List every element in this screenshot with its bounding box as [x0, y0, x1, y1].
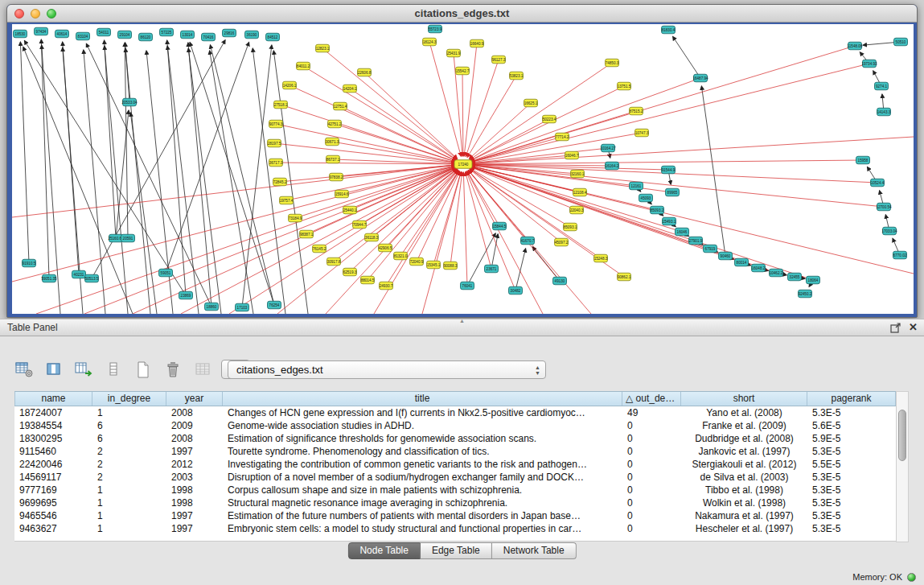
graph-node[interactable]: 45097.2: [555, 238, 569, 246]
graph-node[interactable]: 6770.02: [893, 251, 907, 259]
graph-node[interactable]: 15844.5: [493, 222, 507, 230]
graph-edge[interactable]: [470, 119, 549, 160]
graph-node[interactable]: 12823.1: [316, 44, 330, 52]
graph-node[interactable]: 19734.93: [861, 60, 877, 68]
graph-edge[interactable]: [471, 166, 580, 192]
graph-node[interactable]: 17103: [236, 303, 249, 311]
column-header[interactable]: title: [223, 392, 622, 406]
graph-edge[interactable]: [181, 168, 456, 314]
graph-edge[interactable]: [290, 85, 456, 161]
graph-node[interactable]: 73184.9: [289, 214, 302, 222]
graph-edge[interactable]: [359, 168, 456, 225]
graph-node[interactable]: 74850.3: [606, 59, 619, 67]
graph-edge[interactable]: [374, 171, 459, 314]
graph-node[interactable]: 97838.2: [330, 173, 343, 181]
graph-node[interactable]: 50513.5: [85, 274, 99, 282]
graph-node[interactable]: 15914.6: [335, 190, 349, 198]
graph-node[interactable]: 76041: [461, 282, 474, 290]
graph-node[interactable]: 42906.5: [379, 244, 392, 252]
table-mode-icon[interactable]: [13, 359, 35, 380]
tab-edge-table[interactable]: Edge Table: [421, 542, 492, 559]
graph-edge[interactable]: [105, 40, 116, 238]
graph-node[interactable]: 28197.5: [268, 139, 281, 147]
graph-node[interactable]: 80014: [735, 258, 749, 266]
graph-node[interactable]: 30671.3: [326, 138, 339, 146]
graph-edge[interactable]: [468, 171, 560, 281]
table-row[interactable]: 969969511998Structural magnetic resonanc…: [14, 496, 896, 509]
graph-node[interactable]: 22606.8: [358, 68, 372, 76]
new-file-icon[interactable]: [132, 359, 154, 380]
graph-node[interactable]: 85093.2: [651, 206, 664, 214]
table-row[interactable]: 1872400712008Changes of HCN gene express…: [14, 406, 896, 419]
graph-edge[interactable]: [167, 40, 186, 295]
graph-node[interactable]: 22040.3: [570, 206, 584, 214]
graph-node[interactable]: 16164.2: [606, 162, 619, 170]
graph-edge[interactable]: [20, 42, 29, 263]
window-titlebar[interactable]: citations_edges.txt: [7, 5, 917, 23]
close-window-button[interactable]: [14, 9, 24, 19]
create-column-icon[interactable]: [72, 359, 95, 380]
table-row[interactable]: 1938455462009Genome-wide association stu…: [14, 419, 896, 432]
graph-edge[interactable]: [470, 78, 700, 162]
tab-network-table[interactable]: Network Table: [492, 542, 577, 559]
delete-icon[interactable]: [162, 359, 184, 380]
graph-node[interactable]: 98387.1: [300, 230, 314, 238]
float-panel-icon[interactable]: [890, 323, 901, 333]
graph-node[interactable]: 59051.35: [41, 274, 57, 282]
table-row[interactable]: 946362711997Embryonic stem cells: a mode…: [14, 522, 896, 535]
graph-node[interactable]: 23671: [485, 265, 499, 273]
graph-node[interactable]: 72040.9: [410, 257, 424, 266]
graph-node[interactable]: 70944.7: [353, 220, 367, 229]
graph-edge[interactable]: [463, 172, 467, 286]
graph-node[interactable]: 53823.1: [510, 72, 524, 80]
graph-node[interactable]: 70416: [202, 33, 216, 41]
graph-node[interactable]: 11548.08: [848, 42, 863, 50]
graph-node[interactable]: 16625.1: [524, 99, 538, 107]
table-row[interactable]: 2242004622012Investigating the contribut…: [14, 458, 896, 471]
table-row[interactable]: 1456911722003Disruption of a novel membe…: [14, 471, 896, 484]
graph-node[interactable]: 32455: [788, 273, 802, 281]
graph-edge[interactable]: [469, 103, 531, 159]
graph-node[interactable]: 85093.1: [564, 223, 577, 231]
graph-node[interactable]: 90774.3: [269, 120, 283, 128]
graph-node[interactable]: 92450.2: [799, 290, 812, 298]
network-table-select[interactable]: citations_edges.txt ▲▼: [228, 360, 546, 379]
graph-edge[interactable]: [303, 66, 456, 160]
column-header[interactable]: name: [14, 392, 92, 406]
graph-node[interactable]: 29104: [118, 31, 132, 39]
graph-node[interactable]: 10164.27: [600, 144, 616, 152]
graph-node[interactable]: 13014: [181, 31, 195, 39]
graph-node[interactable]: 50223.4: [543, 115, 556, 123]
graph-node[interactable]: 32160.1: [571, 170, 585, 178]
graph-node[interactable]: 81830.4: [662, 26, 676, 34]
table-row[interactable]: 911546021997Tourette syndrome. Phenomeno…: [14, 445, 896, 458]
graph-edge[interactable]: [429, 42, 461, 156]
graph-node[interactable]: 15248.3: [594, 254, 608, 262]
graph-node[interactable]: 72845.2: [273, 178, 287, 186]
graph-node[interactable]: 15958: [856, 156, 870, 164]
graph-node[interactable]: 59051: [159, 269, 173, 277]
graph-node[interactable]: 23869: [179, 291, 193, 299]
graph-node[interactable]: 27901.9: [689, 237, 703, 245]
graph-node[interactable]: 90088.3: [444, 262, 458, 270]
graph-node[interactable]: 55723.9: [429, 25, 442, 33]
graph-node[interactable]: 16046.7: [565, 151, 579, 159]
graph-edge[interactable]: [350, 89, 457, 159]
graph-node[interactable]: 84512: [266, 33, 280, 41]
graph-edge[interactable]: [515, 249, 526, 290]
graph-node[interactable]: 40614: [55, 30, 69, 38]
graph-edge[interactable]: [92, 40, 225, 278]
graph-node[interactable]: 18064: [807, 276, 820, 284]
table-header[interactable]: namein_degreeyeartitle△ out_de…shortpage…: [14, 391, 896, 406]
graph-node[interactable]: 30917.8: [327, 257, 341, 266]
graph-node[interactable]: 27518.1: [274, 101, 288, 109]
column-header[interactable]: short: [681, 392, 807, 406]
graph-edge[interactable]: [471, 64, 869, 163]
graph-edge[interactable]: [466, 60, 499, 157]
graph-edge[interactable]: [467, 233, 495, 286]
graph-node[interactable]: 16048.2: [752, 264, 766, 272]
graph-node[interactable]: 13751.5: [618, 82, 631, 90]
graph-edge[interactable]: [467, 171, 499, 226]
graph-edge[interactable]: [466, 172, 491, 269]
graph-node[interactable]: 89965: [666, 188, 680, 196]
